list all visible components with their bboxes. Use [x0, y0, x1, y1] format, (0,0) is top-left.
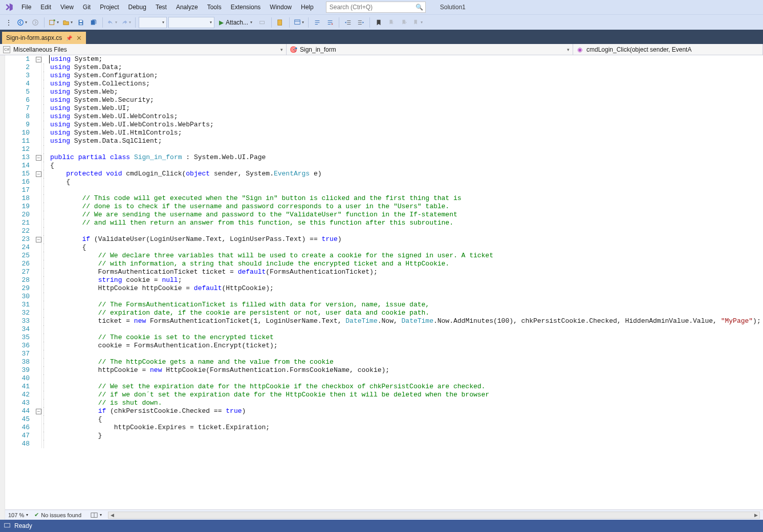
class-dropdown[interactable]: 🎯 Sign_in_form ▾: [287, 44, 573, 55]
menu-debug[interactable]: Debug: [124, 2, 150, 13]
code-line[interactable]: string cookie = null;: [49, 276, 763, 284]
nav-forward-button[interactable]: [30, 17, 41, 28]
error-indicator[interactable]: ✔ No issues found: [34, 512, 81, 518]
browser-link-button[interactable]: [293, 17, 305, 28]
menu-extensions[interactable]: Extensions: [227, 2, 265, 13]
code-line[interactable]: httpCookie = new HttpCookie(FormsAuthent…: [49, 366, 763, 374]
undo-button[interactable]: [106, 17, 118, 28]
code-line[interactable]: {: [49, 243, 763, 252]
code-line[interactable]: {: [49, 178, 763, 186]
output-pane-icon[interactable]: [4, 522, 10, 530]
new-project-button[interactable]: [48, 17, 60, 28]
code-line[interactable]: using System.Data.SqlClient;: [49, 137, 763, 145]
code-line[interactable]: using System.Configuration;: [49, 72, 763, 80]
save-button[interactable]: [75, 17, 86, 28]
code-line[interactable]: using System.Web.UI.WebControls.WebParts…: [49, 121, 763, 129]
increase-indent-button[interactable]: [355, 17, 366, 28]
code-line[interactable]: using System.Web.UI.WebControls;: [49, 113, 763, 121]
menu-tools[interactable]: Tools: [203, 2, 226, 13]
fold-gutter[interactable]: [35, 407, 42, 415]
step-button[interactable]: [257, 17, 268, 28]
code-line[interactable]: if (ValidateUser(LoginUserName.Text, Log…: [49, 235, 763, 243]
menu-git[interactable]: Git: [79, 2, 95, 13]
code-line[interactable]: // This code will get executed when the …: [49, 194, 763, 203]
project-dropdown[interactable]: C# Miscellaneous Files ▾: [0, 44, 287, 55]
fold-gutter[interactable]: [35, 170, 42, 178]
split-view-button[interactable]: ▾: [91, 512, 102, 519]
code-line[interactable]: [49, 350, 763, 358]
code-line[interactable]: // done is to check if the username and …: [49, 203, 763, 211]
menu-view[interactable]: View: [56, 2, 78, 13]
nav-backward-button[interactable]: [16, 17, 28, 28]
breakpoint-margin[interactable]: [0, 55, 5, 520]
code-line[interactable]: using System.Web;: [49, 88, 763, 96]
code-line[interactable]: using System.Collections;: [49, 80, 763, 88]
code-editor[interactable]: 1using System;2using System.Data;3using …: [5, 55, 763, 520]
code-line[interactable]: [49, 325, 763, 334]
horizontal-scrollbar[interactable]: ◀ ▶: [108, 512, 760, 519]
code-line[interactable]: // The FormsAuthenticationTicket is fill…: [49, 301, 763, 309]
clear-bookmarks-button[interactable]: [411, 17, 424, 28]
code-line[interactable]: protected void cmdLogin_Click(object sen…: [49, 170, 763, 178]
code-line[interactable]: if (chkPersistCookie.Checked == true): [49, 407, 763, 415]
code-line[interactable]: using System.Web.UI;: [49, 104, 763, 113]
menu-analyze[interactable]: Analyze: [172, 2, 202, 13]
code-line[interactable]: ticket = new FormsAuthenticationTicket(1…: [49, 317, 763, 325]
code-line[interactable]: using System;: [49, 55, 763, 63]
code-line[interactable]: using System.Web.UI.HtmlControls;: [49, 129, 763, 137]
code-line[interactable]: [49, 440, 763, 448]
code-line[interactable]: // We declare three variables that will …: [49, 252, 763, 260]
code-line[interactable]: [49, 227, 763, 235]
menu-edit[interactable]: Edit: [36, 2, 55, 13]
code-line[interactable]: public partial class Sign_in_form : Syst…: [49, 153, 763, 162]
solution-config-combo[interactable]: [139, 17, 167, 28]
next-bookmark-button[interactable]: [399, 17, 410, 28]
code-line[interactable]: cookie = FormsAuthentication.Encrypt(tic…: [49, 342, 763, 350]
code-line[interactable]: FormsAuthenticationTicket ticket = defau…: [49, 268, 763, 276]
menu-window[interactable]: Window: [266, 2, 296, 13]
attach-debugger-button[interactable]: ▶Attach...▾: [216, 17, 255, 28]
menu-project[interactable]: Project: [96, 2, 123, 13]
member-dropdown[interactable]: ◉ cmdLogin_Click(object sender, EventA: [573, 44, 763, 55]
code-line[interactable]: [49, 186, 763, 194]
quick-search[interactable]: 🔍: [326, 2, 426, 13]
code-line[interactable]: // expiration date, if the cookie are pe…: [49, 309, 763, 317]
code-scroll[interactable]: 1using System;2using System.Data;3using …: [5, 55, 763, 509]
open-file-button[interactable]: [61, 17, 74, 28]
code-line[interactable]: }: [49, 432, 763, 440]
fold-gutter[interactable]: [35, 153, 42, 162]
code-line[interactable]: {: [49, 162, 763, 170]
menu-help[interactable]: Help: [297, 2, 318, 13]
prev-bookmark-button[interactable]: [386, 17, 397, 28]
code-line[interactable]: HttpCookie httpCookie = default(HttpCook…: [49, 284, 763, 293]
menu-test[interactable]: Test: [151, 2, 171, 13]
decrease-indent-button[interactable]: [342, 17, 354, 28]
code-line[interactable]: // The cookie is set to the encrypted ti…: [49, 334, 763, 342]
find-in-files-button[interactable]: [275, 17, 286, 28]
zoom-control[interactable]: 107 %: [8, 512, 28, 518]
code-line[interactable]: {: [49, 415, 763, 424]
menu-file[interactable]: File: [17, 2, 35, 13]
search-icon[interactable]: 🔍: [414, 4, 425, 11]
document-tab[interactable]: Sign-in-form.aspx.cs 📌 ✕: [2, 32, 86, 44]
code-line[interactable]: // We set the expiration date for the ht…: [49, 383, 763, 391]
bookmark-button[interactable]: [373, 17, 384, 28]
code-line[interactable]: // and will then return an answer from t…: [49, 219, 763, 227]
save-all-button[interactable]: [88, 17, 99, 28]
code-line[interactable]: using System.Data;: [49, 63, 763, 72]
code-line[interactable]: [49, 145, 763, 153]
code-line[interactable]: // if we don´t set the expiration date f…: [49, 391, 763, 399]
scroll-left-icon[interactable]: ◀: [108, 513, 116, 518]
code-line[interactable]: // is shut down.: [49, 399, 763, 407]
code-line[interactable]: [49, 374, 763, 383]
code-line[interactable]: // We are sending the username and passw…: [49, 211, 763, 219]
close-icon[interactable]: ✕: [76, 34, 82, 42]
fold-gutter[interactable]: [35, 55, 42, 63]
scroll-right-icon[interactable]: ▶: [752, 513, 759, 518]
code-line[interactable]: [49, 293, 763, 301]
code-line[interactable]: using System.Web.Security;: [49, 96, 763, 104]
solution-name[interactable]: Solution1: [440, 4, 466, 11]
fold-gutter[interactable]: [35, 235, 42, 243]
code-line[interactable]: // The httpCookie gets a name and the va…: [49, 358, 763, 366]
uncomment-button[interactable]: [324, 17, 336, 28]
